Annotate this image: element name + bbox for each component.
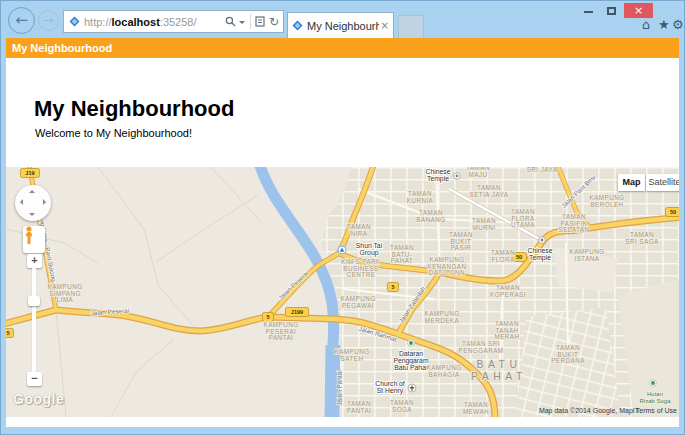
- pan-right-arrow[interactable]: [43, 199, 46, 205]
- map-label: TAMANNIRA: [347, 223, 371, 237]
- google-logo: Google: [13, 391, 64, 407]
- pan-down-arrow[interactable]: [29, 213, 35, 216]
- terms-of-use-link[interactable]: Terms of Use: [636, 407, 677, 414]
- map-label: KAMPUNGPEGAWAI: [341, 295, 376, 309]
- map-label: BATUPAHAT: [471, 358, 527, 382]
- business-poi-marker[interactable]: [338, 246, 346, 254]
- welcome-text: Welcome to My Neighbourhood!: [35, 127, 192, 139]
- site-navbar-brand[interactable]: My Neighbourhood: [6, 38, 679, 58]
- zoom-out-button[interactable]: −: [27, 372, 42, 386]
- svg-text:5: 5: [391, 284, 394, 290]
- map-label: TAMANFLORA: [491, 249, 515, 263]
- park-poi-marker[interactable]: [650, 380, 657, 387]
- browser-tab[interactable]: My Neighbourhood! ×: [287, 12, 394, 38]
- zoom-in-button[interactable]: +: [27, 254, 42, 268]
- svg-text:J199: J199: [291, 309, 303, 315]
- road-shield: J19: [21, 169, 40, 178]
- road-shield: J199: [286, 308, 309, 317]
- map-label: KAMPUNGPESERAIPANTAI: [264, 321, 299, 341]
- map-label: ChineseTemple: [426, 168, 451, 183]
- church-poi-marker[interactable]: [408, 384, 416, 392]
- map-label: KAMPUNGBEROLEH: [590, 194, 625, 208]
- map-label: TAMANBUKITPASIR: [449, 231, 473, 251]
- map-label: TAMANFLORAUTAMA: [511, 208, 535, 228]
- site-favicon: [69, 16, 80, 27]
- zoom-slider-handle[interactable]: [28, 296, 40, 306]
- home-icon[interactable]: ⌂: [642, 18, 650, 32]
- search-icon[interactable]: [225, 13, 236, 31]
- map-label: ChineseTemple: [528, 247, 553, 262]
- road-shield: 50: [666, 208, 680, 217]
- map-label: KAMPUNGISTANA: [570, 248, 605, 262]
- address-bar[interactable]: http://localhost:35258/ ↻: [63, 10, 284, 33]
- autocomplete-dropdown-icon[interactable]: [239, 21, 245, 27]
- back-button[interactable]: ←: [8, 7, 35, 34]
- pan-up-arrow[interactable]: [29, 190, 35, 193]
- map-label: TAMANPASIFIKSELATAN: [559, 213, 590, 233]
- map-label: KAMPUNGBAHAGIA: [427, 364, 462, 378]
- window-maximize-button[interactable]: [601, 3, 622, 18]
- map-label: TAMANMURNI: [472, 217, 496, 231]
- map-pan-control[interactable]: [15, 185, 51, 221]
- tab-close-icon[interactable]: ×: [381, 20, 389, 31]
- map-label: TAMANSOGA: [390, 399, 414, 413]
- svg-text:5: 5: [6, 330, 9, 336]
- settings-gear-icon[interactable]: ⚙: [672, 18, 684, 32]
- svg-text:J19: J19: [25, 170, 34, 176]
- svg-text:50: 50: [670, 209, 676, 215]
- divider: [250, 14, 251, 29]
- map-label: KAMPUNGMERDEKA: [425, 310, 460, 324]
- temple-poi-marker[interactable]: [539, 237, 546, 244]
- map-label: Jalan Pantai: [336, 370, 343, 405]
- street-view-pegman[interactable]: [23, 226, 45, 253]
- browser-window: ← → http://localhost:35258/ ↻ My Neighbo…: [0, 0, 685, 435]
- google-map[interactable]: J1955J19955050KAMPUNGSIMPANGLIMAJalan Pe…: [6, 167, 679, 417]
- map-label: TAMANBATU-PAHAT: [390, 244, 414, 264]
- tab-favicon: [292, 20, 303, 31]
- map-label: KIM'S PARKBUSINESSCENTRE: [341, 258, 381, 278]
- temple-poi-marker[interactable]: [454, 173, 461, 180]
- pan-left-arrow[interactable]: [20, 199, 23, 205]
- url-text[interactable]: http://localhost:35258/: [84, 16, 223, 28]
- map-type-satellite-button[interactable]: Satellite: [646, 174, 679, 191]
- map-label: TAMANTANAHMERAH: [495, 320, 520, 340]
- map-label: SRI JAYA: [527, 167, 558, 173]
- favorites-icon[interactable]: ★: [658, 18, 670, 32]
- page-title: My Neighbourhood: [34, 96, 234, 122]
- map-label: TAMANMEWAH: [463, 401, 489, 415]
- zoom-slider-track[interactable]: [32, 267, 36, 373]
- refresh-icon[interactable]: ↻: [269, 16, 279, 28]
- map-label: TAMANKURNIA: [407, 190, 434, 204]
- page-viewport: My Neighbourhood My Neighbourhood Welcom…: [6, 38, 679, 427]
- tab-title: My Neighbourhood!: [307, 20, 379, 32]
- map-attribution: Map data ©2014 Google, MapIT: [539, 407, 639, 414]
- road-shield: 5: [6, 329, 14, 338]
- new-tab-button[interactable]: [398, 15, 424, 39]
- pegman-icon: [23, 226, 35, 245]
- window-minimize-button[interactable]: [578, 3, 599, 18]
- map-label: TAMAN SRIPENGGARAM: [459, 340, 504, 354]
- map-canvas[interactable]: J1955J19955050KAMPUNGSIMPANGLIMAJalan Pe…: [6, 167, 679, 417]
- svg-text:50: 50: [516, 254, 522, 260]
- map-label: KAMPUNGKENANGANDATO ONN: [428, 256, 467, 276]
- window-close-button[interactable]: ×: [624, 3, 653, 18]
- map-label: TAMANBANANG: [416, 209, 445, 223]
- map-label: TAMANPANTAI: [347, 400, 372, 414]
- park-poi-marker[interactable]: [408, 340, 415, 347]
- road-shield: 5: [388, 283, 399, 292]
- forward-button[interactable]: →: [38, 10, 59, 31]
- svg-text:5: 5: [266, 314, 269, 320]
- map-label: TAMANMAJU: [466, 167, 490, 178]
- compatibility-page-icon[interactable]: [255, 13, 265, 31]
- map-label: Church ofSt Henry: [375, 380, 405, 395]
- map-type-map-button[interactable]: Map: [618, 174, 645, 191]
